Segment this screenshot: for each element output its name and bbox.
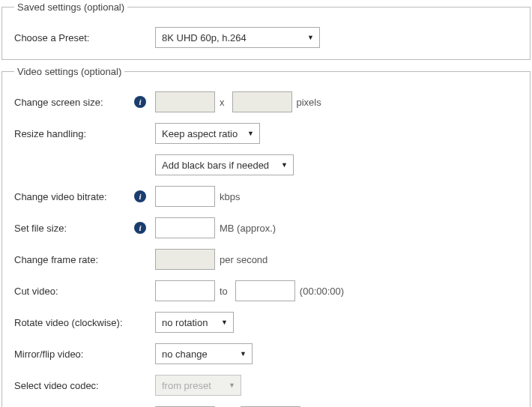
mb-unit: MB (approx.): [220, 223, 276, 234]
mirror-select[interactable]: no change: [155, 343, 253, 364]
size-separator: x: [220, 97, 225, 108]
codec-row: Select video codec: from preset: [14, 374, 518, 397]
saved-settings-fieldset: Saved settings (optional) Choose a Prese…: [1, 1, 531, 60]
framerate-row: Change frame rate: per second: [14, 248, 518, 271]
black-bars-select[interactable]: Add black bars if needed: [155, 154, 294, 175]
preset-label: Choose a Preset:: [14, 32, 134, 43]
filesize-input[interactable]: [155, 217, 215, 238]
cut-video-row: Cut video: to (00:00:00): [14, 280, 518, 302]
cut-to-label: to: [220, 286, 228, 297]
preset-row: Choose a Preset: 8K UHD 60p, h.264: [14, 26, 518, 49]
framerate-input[interactable]: [155, 249, 215, 270]
rotate-label: Rotate video (clockwise):: [14, 317, 134, 328]
aspect-ratio-select[interactable]: Keep aspect ratio: [155, 123, 260, 144]
persecond-unit: per second: [220, 254, 267, 265]
cut-from-input[interactable]: [155, 280, 215, 301]
cut-video-label: Cut video:: [14, 286, 134, 297]
info-icon[interactable]: i: [134, 96, 146, 108]
resize-handling-row: Resize handling: Keep aspect ratio: [14, 122, 518, 145]
preset-select[interactable]: 8K UHD 60p, h.264: [155, 27, 320, 48]
screen-width-input[interactable]: [155, 91, 215, 112]
bitrate-input[interactable]: [155, 186, 215, 207]
bitrate-label: Change video bitrate:: [14, 191, 134, 202]
rotate-row: Rotate video (clockwise): no rotation: [14, 311, 518, 334]
pixels-unit: pixels: [297, 97, 321, 108]
video-settings-fieldset: Video settings (optional) Change screen …: [1, 66, 531, 407]
screen-size-label: Change screen size:: [14, 97, 134, 108]
codec-select: from preset: [155, 375, 241, 396]
mirror-label: Mirror/flip video:: [14, 349, 134, 360]
info-icon[interactable]: i: [134, 222, 146, 234]
kbps-unit: kbps: [220, 191, 240, 202]
cut-to-input[interactable]: [235, 280, 295, 301]
filesize-label: Set file size:: [14, 223, 134, 234]
codec-label: Select video codec:: [14, 380, 134, 391]
video-settings-legend: Video settings (optional): [14, 66, 124, 77]
info-icon[interactable]: i: [134, 190, 146, 202]
screen-height-input[interactable]: [232, 91, 292, 112]
saved-settings-legend: Saved settings (optional): [14, 1, 127, 13]
resize-handling-label: Resize handling:: [14, 128, 134, 139]
black-bars-row: Add black bars if needed: [14, 154, 518, 176]
screen-size-row: Change screen size: i x pixels: [14, 91, 518, 113]
rotation-select[interactable]: no rotation: [155, 312, 234, 333]
cut-hint: (00:00:00): [300, 286, 344, 297]
mirror-row: Mirror/flip video: no change: [14, 343, 518, 365]
bitrate-row: Change video bitrate: i kbps: [14, 185, 518, 208]
filesize-row: Set file size: i MB (approx.): [14, 217, 518, 239]
framerate-label: Change frame rate:: [14, 254, 134, 265]
